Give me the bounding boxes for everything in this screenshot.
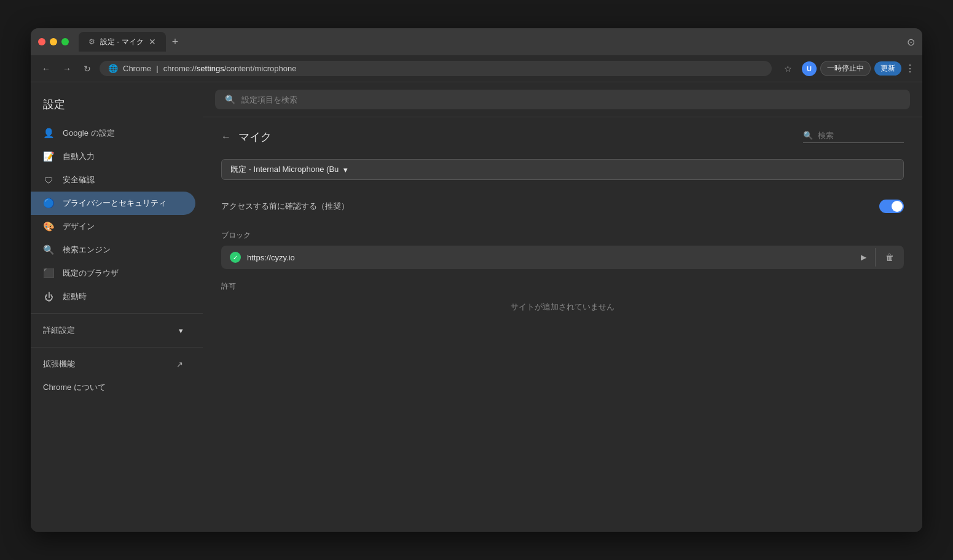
sidebar-item-label: 自動入力 — [63, 151, 95, 162]
sidebar-title: 設定 — [31, 92, 203, 122]
browser-window: ⚙ 設定 - マイク ✕ + ⊙ ← → ↻ 🌐 Chrome | chrome… — [31, 28, 922, 532]
block-section-label: ブロック — [221, 230, 904, 241]
block-item: ✓ https://cyzy.io ▶ 🗑 — [221, 246, 904, 269]
minimize-button[interactable] — [50, 38, 57, 45]
search-bar-area: 🔍 — [203, 82, 922, 117]
ask-before-access-toggle[interactable] — [879, 200, 904, 213]
allow-section: 許可 サイトが追加されていません — [221, 281, 904, 317]
blocked-site-url: https://cyzy.io — [247, 253, 295, 262]
chevron-down-icon: ▾ — [179, 326, 183, 335]
page-header-left: ← マイク — [221, 130, 272, 144]
browser-icon: ⬛ — [43, 268, 54, 279]
title-bar: ⚙ 設定 - マイク ✕ + ⊙ — [31, 28, 922, 55]
menu-button[interactable]: ⋮ — [905, 63, 915, 74]
page-search-area: 🔍 — [803, 131, 904, 143]
bookmark-icon[interactable]: ☆ — [784, 64, 792, 74]
sidebar-item-label: 安全確認 — [63, 174, 95, 185]
new-tab-button[interactable]: + — [168, 34, 182, 50]
startup-icon: ⏻ — [43, 291, 54, 302]
address-url: chrome://settings/content/microphone — [163, 64, 297, 73]
sidebar-item-label: 起動時 — [63, 291, 87, 302]
sidebar-item-label: 既定のブラウザ — [63, 268, 119, 279]
sidebar-item-about-chrome[interactable]: Chrome について — [31, 376, 195, 399]
empty-allow-text: サイトが追加されていません — [221, 297, 904, 317]
update-button[interactable]: 更新 — [874, 61, 901, 76]
site-favicon: ✓ — [230, 252, 241, 263]
page-header: ← マイク 🔍 — [221, 130, 904, 144]
sidebar-item-label: 検索エンジン — [63, 244, 111, 255]
sidebar-item-label: デザイン — [63, 221, 95, 232]
block-item-chevron-icon[interactable]: ▶ — [852, 247, 875, 268]
extensions-label: 拡張機能 — [43, 359, 75, 370]
about-chrome-label: Chrome について — [43, 382, 106, 393]
person-icon: 👤 — [43, 128, 54, 139]
sidebar: 設定 👤 Google の設定 📝 自動入力 🛡 安全確認 🔵 プライバシーとセ… — [31, 82, 203, 532]
default-mic-selector[interactable]: 既定 - Internal Microphone (Bu ▾ — [221, 159, 904, 180]
nav-bar: ← → ↻ 🌐 Chrome | chrome://settings/conte… — [31, 55, 922, 82]
content-area: 🔍 ← マイク 🔍 — [203, 82, 922, 532]
allow-section-label: 許可 — [221, 281, 904, 292]
forward-button[interactable]: → — [59, 61, 75, 76]
tab-bar: ⚙ 設定 - マイク ✕ + — [79, 32, 902, 52]
advanced-label: 詳細設定 — [43, 325, 75, 336]
sidebar-item-advanced[interactable]: 詳細設定 ▾ — [31, 319, 195, 342]
nav-right-area: ☆ — [784, 64, 792, 74]
block-section: ブロック ✓ https://cyzy.io ▶ 🗑 — [221, 230, 904, 269]
chevron-down-icon: ▾ — [343, 165, 348, 174]
page-search-input[interactable] — [818, 131, 904, 140]
address-bar[interactable]: 🌐 Chrome | chrome://settings/content/mic… — [100, 61, 772, 76]
address-highlight: settings — [197, 64, 224, 73]
search-icon: 🔍 — [225, 95, 235, 104]
back-button[interactable]: ← — [38, 61, 54, 76]
sidebar-item-label: プライバシーとセキュリティ — [63, 198, 167, 209]
site-favicon-check: ✓ — [233, 254, 238, 261]
sidebar-item-search[interactable]: 🔍 検索エンジン — [31, 238, 195, 262]
extensions-link: 拡張機能 — [43, 359, 75, 370]
sidebar-divider — [31, 313, 203, 314]
main-layout: 設定 👤 Google の設定 📝 自動入力 🛡 安全確認 🔵 プライバシーとセ… — [31, 82, 922, 532]
privacy-icon: 🔵 — [43, 198, 54, 209]
traffic-lights — [38, 38, 69, 45]
active-tab[interactable]: ⚙ 設定 - マイク ✕ — [79, 32, 166, 52]
tab-close-icon[interactable]: ✕ — [149, 37, 156, 47]
sidebar-item-label: Google の設定 — [63, 128, 115, 139]
search-engine-icon: 🔍 — [43, 244, 54, 255]
sidebar-item-safety[interactable]: 🛡 安全確認 — [31, 168, 195, 192]
page-back-button[interactable]: ← — [221, 131, 231, 142]
pause-button[interactable]: 一時停止中 — [820, 61, 871, 76]
sidebar-item-google[interactable]: 👤 Google の設定 — [31, 122, 195, 145]
sidebar-divider-2 — [31, 347, 203, 348]
autofill-icon: 📝 — [43, 151, 54, 162]
page-search-icon: 🔍 — [803, 131, 813, 140]
address-scheme: Chrome — [123, 64, 151, 73]
block-item-delete-button[interactable]: 🗑 — [876, 246, 904, 268]
sidebar-item-default-browser[interactable]: ⬛ 既定のブラウザ — [31, 262, 195, 285]
block-item-left: ✓ https://cyzy.io — [221, 246, 852, 269]
profile-circle-icon: ⊙ — [907, 36, 915, 48]
search-bar: 🔍 — [215, 90, 910, 109]
tab-title: 設定 - マイク — [100, 37, 144, 47]
sidebar-item-extensions[interactable]: 拡張機能 ↗ — [31, 352, 195, 376]
tab-settings-icon: ⚙ — [88, 37, 95, 46]
maximize-button[interactable] — [61, 38, 69, 45]
reload-button[interactable]: ↻ — [80, 61, 95, 76]
sidebar-item-autofill[interactable]: 📝 自動入力 — [31, 145, 195, 168]
shield-icon: 🛡 — [43, 174, 54, 185]
profile-badge[interactable]: U — [802, 61, 817, 76]
sidebar-item-privacy[interactable]: 🔵 プライバシーとセキュリティ — [31, 192, 195, 215]
ask-before-access-label: アクセスする前に確認する（推奨） — [221, 201, 349, 212]
page-title: マイク — [238, 130, 272, 144]
external-link-icon: ↗ — [176, 360, 183, 369]
default-mic-label: 既定 - Internal Microphone (Bu — [230, 164, 339, 175]
design-icon: 🎨 — [43, 221, 54, 232]
settings-search-input[interactable] — [241, 95, 900, 104]
close-button[interactable] — [38, 38, 45, 45]
address-lock-icon: 🌐 — [108, 64, 118, 73]
sidebar-item-design[interactable]: 🎨 デザイン — [31, 215, 195, 238]
page-content: ← マイク 🔍 既定 - Internal Microphone (Bu ▾ ア… — [203, 117, 922, 532]
sidebar-item-startup[interactable]: ⏻ 起動時 — [31, 285, 195, 308]
ask-before-access-row: アクセスする前に確認する（推奨） — [221, 192, 904, 220]
profile-area: U 一時停止中 更新 ⋮ — [802, 61, 915, 76]
address-separator: | — [156, 64, 158, 73]
